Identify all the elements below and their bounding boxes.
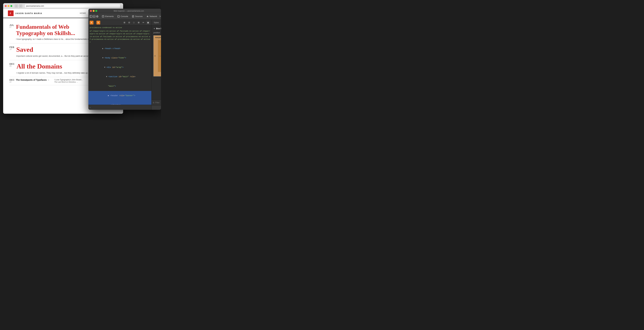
devtools-maximize[interactable] (95, 10, 97, 12)
tab-console[interactable]: >_ Console (116, 14, 130, 18)
bm-margin-left: 0 (154, 55, 156, 57)
more-tabs-button[interactable]: >> (159, 14, 161, 19)
tree-line-body[interactable]: ▼ <body class="home"> (88, 53, 151, 63)
breadcrumb-tool-3[interactable]: □ (132, 20, 136, 25)
tab-elements-label: Elements (105, 15, 114, 18)
breadcrumb-tool-5[interactable]: ✏ (141, 20, 145, 25)
console-prompt-icon: › (90, 106, 90, 109)
back-button[interactable]: ‹ (14, 4, 18, 8)
bm-border-dash-l: — (159, 41, 161, 43)
breadcrumb-element-1[interactable]: E (90, 21, 94, 24)
browser-titlebar: ‹ › jasonsantamaria.com (3, 3, 123, 9)
breadcrumb-tool-4[interactable]: ⊠ (136, 20, 141, 25)
tab-styles[interactable]: Styles (152, 20, 161, 25)
computed-filter-bar: ⊙ Classes (152, 100, 161, 105)
url-text: jasonsantamaria.com (26, 5, 44, 7)
article-date-3: DEC 29 (10, 63, 15, 67)
tree-line-header[interactable]: ▶ <header role="banner"> (88, 91, 151, 100)
devtools-panel: Web Inspector — jasonsantamaria.com (88, 9, 161, 110)
tab-console-label: Console (120, 15, 128, 18)
tree-line-div-wrap[interactable]: ▼ <div id="wrap"> (88, 63, 151, 72)
devtools-title: Web Inspector — jasonsantamaria.com (98, 10, 160, 12)
devtools-titlebar: Web Inspector — jasonsantamaria.com (88, 9, 161, 13)
article-date-1: JUL 27 (10, 24, 14, 28)
site-name: JASON SANTA MARIA (15, 12, 42, 14)
bm-margin-label: margin (155, 36, 161, 38)
tree-line-section-cont: "main"> (88, 82, 151, 91)
small-article-month: DEC (10, 79, 15, 81)
svg-rect-2 (90, 15, 92, 18)
styles-tabs: Styles Computed Changes Node Layers (152, 20, 161, 26)
small-article-title[interactable]: The Sweatpants of Typefaces → (16, 79, 50, 81)
maximize-button[interactable] (10, 5, 12, 7)
article-month-1: JUL (10, 24, 14, 26)
tab-sources-label: Sources (135, 15, 143, 18)
breadcrumb-tool-6[interactable]: ▣ (146, 20, 150, 25)
article-date-2: FEB 13 (10, 46, 14, 50)
box-model-diagram: margin — 0 0 0 border — — (154, 35, 161, 76)
breadcrumb-tools: ⊞ ⊟ □ ⊠ ✏ ▣ (122, 20, 150, 25)
box-model-section: ▼ Box Model position 0 margin — (154, 27, 161, 76)
logo-icon: J (8, 10, 14, 16)
auto-url-bar: Auto — jasonsantamaria.com ⌃ (152, 105, 161, 110)
tree-line-head[interactable]: ▶ <head>…</head> (88, 44, 151, 54)
breadcrumb-tool-1[interactable]: ⊞ (122, 20, 126, 25)
minimize-button[interactable] (8, 5, 10, 7)
filter-icon: ⊙ (153, 102, 154, 104)
tab-network[interactable]: Network (145, 14, 159, 18)
position-label: position (154, 32, 160, 34)
bm-border-box: border — — — — 2 (158, 40, 161, 72)
tab-elements[interactable]: Elements (100, 14, 115, 18)
filter-input[interactable] (155, 102, 161, 104)
panel-layout-icon[interactable] (90, 14, 92, 19)
tab-sources[interactable]: Sources (130, 14, 144, 18)
section-header: ▼ Box Model (154, 27, 161, 30)
svg-text:>_: >_ (118, 16, 120, 17)
svg-rect-4 (93, 15, 95, 18)
elements-panel: E ... E ⊞ ⊟ □ ⊠ ✏ ▣ proximanova-condense… (88, 20, 152, 110)
bm-border-left: — (159, 55, 161, 57)
section-title: Box Model (156, 27, 161, 30)
elements-tree[interactable]: proximanova-condensed ns-active wf-chapa… (88, 26, 151, 105)
article-month-2: FEB (10, 46, 14, 48)
devtools-body: E ... E ⊞ ⊟ □ ⊠ ✏ ▣ proximanova-condense… (88, 20, 161, 110)
small-article-date: DEC 22 (10, 79, 15, 83)
svg-text:J: J (10, 12, 11, 14)
url-bar[interactable]: jasonsantamaria.com (24, 4, 120, 8)
section-toggle-icon[interactable]: ▼ (154, 28, 155, 30)
devtools-close[interactable] (90, 10, 92, 12)
console-bar: › (88, 105, 151, 110)
site-logo: J JASON SANTA MARIA (8, 10, 42, 16)
article-month-3: DEC (10, 63, 15, 65)
panel-bottom-icon[interactable] (93, 14, 95, 19)
elements-breadcrumb: E ... E ⊞ ⊟ □ ⊠ ✏ ▣ (88, 20, 151, 26)
breadcrumb-element-2[interactable]: E (96, 21, 100, 24)
devtools-minimize[interactable] (93, 10, 94, 12)
breadcrumb-dots: ... (94, 21, 96, 24)
tab-network-label: Network (150, 15, 157, 18)
tree-line-section[interactable]: ▼ <section id="main" role= (88, 72, 151, 82)
tree-line-header-end[interactable]: …</header> (88, 100, 151, 105)
forward-button[interactable]: › (19, 4, 22, 8)
small-article-left: The Sweatpants of Typefaces → (16, 79, 50, 81)
tree-line: wf-chaparralpro-n4-active wf-facitweb-n4… (88, 30, 151, 44)
devtools-toolbar: Elements >_ Console Sources Network (88, 13, 161, 20)
nav-home[interactable]: HOME (80, 12, 86, 14)
inspect-icon[interactable] (96, 14, 98, 19)
devtools-traffic-lights (90, 10, 97, 12)
computed-content: ▼ Box Model position 0 margin — (152, 26, 161, 100)
browser-nav: ‹ › (14, 4, 22, 8)
position-row: position 0 (154, 31, 161, 34)
close-button[interactable] (5, 5, 7, 7)
styles-panel: Styles Computed Changes Node Layers ▼ Bo… (152, 20, 161, 110)
tree-line: proximanova-condensed ns-active (88, 26, 151, 30)
breadcrumb-tool-2[interactable]: ⊟ (127, 20, 131, 25)
